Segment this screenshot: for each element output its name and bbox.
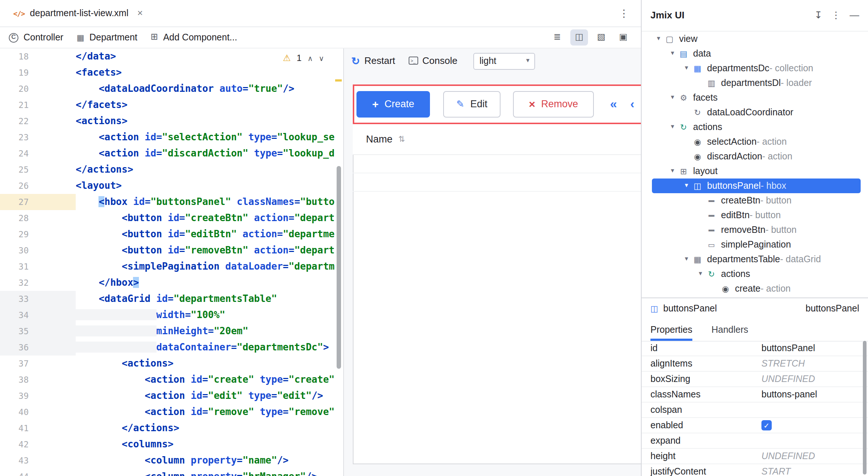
code-line[interactable]: 26<layout> [0,178,343,194]
minimize-icon[interactable]: — [850,9,859,22]
tree-item-facets[interactable]: ▾⚙facets [642,90,868,105]
code-line[interactable]: 19<facets> [0,65,343,81]
edit-button[interactable]: ✎ Edit [443,91,501,118]
next-issue-chevron-down-icon[interactable]: ∨ [319,54,324,64]
console-button[interactable]: >_ Console [408,55,457,67]
tree-item-actions[interactable]: ▾↻actions [642,120,868,134]
tree-item-data[interactable]: ▾▤data [642,46,868,61]
code-editor[interactable]: 18</data>19<facets>20 <dataLoadCoordinat… [0,48,343,476]
property-value[interactable]: buttons-panel [761,389,817,401]
chevron-down-icon[interactable]: ▾ [681,181,692,190]
code-line[interactable]: 22<actions> [0,113,343,129]
pagination-prev-icon[interactable]: ‹ [630,96,634,112]
property-row-expand[interactable]: expand [642,433,868,449]
code-line[interactable]: 40 <action id="remove" type="remove"/> [0,404,343,420]
tree-item-create[interactable]: ◉create - action [642,281,868,296]
pagination-first-icon[interactable]: « [610,96,617,112]
restart-button[interactable]: ↻ Restart [351,54,395,68]
property-row-alignItems[interactable]: alignItemsSTRETCH [642,356,868,372]
chevron-down-icon[interactable]: ▾ [681,255,692,263]
editor-scrollbar[interactable] [337,166,341,369]
code-line[interactable]: 21</facets> [0,97,343,113]
property-value[interactable]: START [761,466,791,476]
chevron-down-icon[interactable]: ▾ [695,270,706,278]
close-tab-icon[interactable]: × [137,7,143,19]
property-value[interactable]: UNDEFINED [761,450,815,462]
code-line[interactable]: 38 <action id="create" type="create"/> [0,372,343,388]
property-value[interactable]: STRETCH [761,358,805,370]
split-view-icon[interactable]: ◫ [570,29,588,46]
dock-icon[interactable]: ↧ [814,9,822,22]
tree-item-createBtn[interactable]: ▬createBtn - button [642,193,868,208]
code-line[interactable]: 28 <button id="createBtn" action="depart… [0,210,343,226]
create-button[interactable]: + Create [356,91,430,118]
datagrid-header[interactable]: Name ⇅ [353,124,641,155]
chevron-down-icon[interactable]: ▾ [667,167,678,175]
code-line[interactable]: 42 <columns> [0,436,343,452]
property-row-justifyContent[interactable]: justifyContentSTART [642,464,868,476]
chevron-down-icon[interactable]: ▾ [667,49,678,58]
tree-item-discardAction[interactable]: ◉discardAction - action [642,149,868,164]
inspector-scrollbar[interactable] [863,341,867,475]
property-value[interactable]: UNDEFINED [761,373,815,385]
tab-properties[interactable]: Properties [650,324,692,341]
code-line[interactable]: 41 </actions> [0,420,343,436]
property-row-enabled[interactable]: enabled✓ [642,418,868,433]
tree-item-editBtn[interactable]: ▬editBtn - button [642,208,868,223]
code-line[interactable]: 20 <dataLoadCoordinator auto="true"/> [0,81,343,97]
tab-department-list-view[interactable]: </> department-list-view.xml × [6,0,150,26]
tab-handlers[interactable]: Handlers [711,324,748,341]
add-component-button[interactable]: ⊞ Add Component... [151,32,237,44]
chevron-down-icon[interactable]: ▾ [681,64,692,72]
warning-stripe-mark[interactable] [335,79,342,82]
controller-button[interactable]: C Controller [9,32,63,44]
warning-count[interactable]: 1 [297,53,301,64]
code-line[interactable]: 24 <action id="discardAction" type="look… [0,145,343,162]
code-line[interactable]: 43 <column property="name"/> [0,452,343,469]
tree-item-departmentsDl[interactable]: ▥departmentsDl - loader [642,76,868,90]
code-line[interactable]: 32 </hbox> [0,275,343,291]
tree-item-simplePagination[interactable]: ▭simplePagination [642,237,868,252]
property-value[interactable]: buttonsPanel [761,342,815,354]
property-row-height[interactable]: heightUNDEFINED [642,449,868,464]
property-row-colspan[interactable]: colspan [642,403,868,418]
property-row-boxSizing[interactable]: boxSizingUNDEFINED [642,372,868,387]
tree-item-layout[interactable]: ▾⊞layout [642,164,868,178]
entity-button[interactable]: ▦ Department [76,32,137,44]
canvas-view-icon[interactable]: ▧ [592,29,610,46]
prev-issue-chevron-up-icon[interactable]: ∧ [308,54,313,64]
tree-item-buttonsPanel[interactable]: ▾◫buttonsPanel - hbox [642,178,868,193]
tree-item-actions[interactable]: ▾↻actions [642,267,868,281]
remove-button[interactable]: × Remove [513,91,594,118]
code-line[interactable]: 35 minHeight="20em" [0,323,343,339]
code-line[interactable]: 33 <dataGrid id="departmentsTable" [0,291,343,307]
chevron-down-icon[interactable]: ▾ [667,93,678,102]
chevron-down-icon[interactable]: ▾ [667,123,678,131]
property-row-id[interactable]: idbuttonsPanel [642,341,868,356]
tree-item-departmentsDc[interactable]: ▾▦departmentsDc - collection [642,61,868,76]
tree-item-dataLoadCoordinator[interactable]: ↻dataLoadCoordinator [642,105,868,120]
panel-options-kebab-icon[interactable]: ⋮ [831,9,841,22]
list-view-icon[interactable]: ≣ [548,29,566,46]
code-line[interactable]: 27 <hbox id="buttonsPanel" classNames="b… [0,194,343,210]
tree-item-departmentsTable[interactable]: ▾▦departmentsTable - dataGrid [642,252,868,267]
code-line[interactable]: 34 width="100%" [0,307,343,323]
code-line[interactable]: 25</actions> [0,162,343,178]
property-row-classNames[interactable]: classNamesbuttons-panel [642,387,868,403]
theme-select[interactable]: light ▾ [474,53,535,69]
chevron-down-icon[interactable]: ▾ [653,35,664,43]
name-column-header[interactable]: Name [366,133,392,145]
code-line[interactable]: 30 <button id="removeBtn" action="depart… [0,242,343,259]
code-line[interactable]: 29 <button id="editBtn" action="departme… [0,226,343,242]
code-line[interactable]: 37 <actions> [0,356,343,372]
enabled-checkbox[interactable]: ✓ [761,420,772,430]
code-line[interactable]: 44 <column property="hrManager"/> [0,469,343,476]
code-line[interactable]: 23 <action id="selectAction" type="looku… [0,129,343,145]
sort-icon[interactable]: ⇅ [398,134,405,145]
code-line[interactable]: 39 <action id="edit" type="edit"/> [0,388,343,404]
editor-options-kebab-icon[interactable]: ⋮ [619,7,629,20]
tree-item-selectAction[interactable]: ◉selectAction - action [642,134,868,149]
tree-item-removeBtn[interactable]: ▬removeBtn - button [642,223,868,237]
tree-item-view[interactable]: ▾▢view [642,32,868,46]
image-view-icon[interactable]: ▣ [614,29,632,46]
